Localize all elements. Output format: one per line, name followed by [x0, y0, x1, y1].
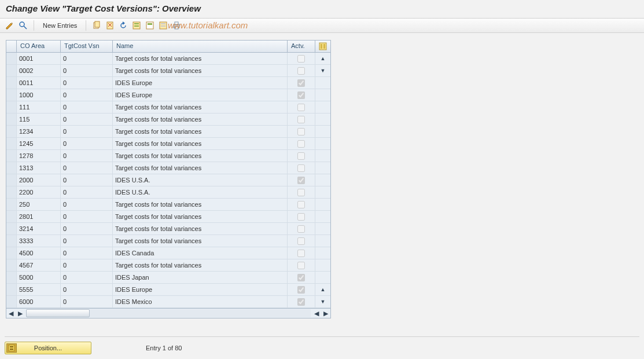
tgtcost-vsn-cell[interactable] — [61, 296, 113, 308]
tgtcost-vsn-cell[interactable] — [61, 162, 113, 174]
scroll-up-icon[interactable]: ▲ — [321, 56, 326, 61]
tgtcost-vsn-input[interactable] — [61, 272, 112, 283]
row-selector[interactable] — [6, 53, 17, 65]
vscroll-gutter[interactable] — [315, 247, 330, 259]
vscroll-gutter[interactable] — [315, 89, 330, 101]
co-area-cell[interactable] — [17, 235, 61, 247]
name-input[interactable] — [113, 272, 287, 283]
actv-cell[interactable] — [288, 77, 315, 89]
tgtcost-vsn-cell[interactable] — [61, 235, 113, 247]
actv-checkbox[interactable] — [297, 164, 305, 172]
name-input[interactable] — [113, 162, 287, 174]
tgtcost-vsn-input[interactable] — [61, 101, 112, 113]
co-area-input[interactable] — [17, 126, 60, 137]
tgtcost-vsn-input[interactable] — [61, 150, 112, 162]
actv-checkbox[interactable] — [297, 104, 305, 111]
column-header-co-area[interactable]: CO Area — [17, 41, 61, 52]
co-area-cell[interactable] — [17, 284, 61, 296]
tgtcost-vsn-input[interactable] — [61, 284, 112, 295]
co-area-input[interactable] — [17, 53, 60, 64]
tgtcost-vsn-input[interactable] — [61, 138, 112, 149]
name-cell[interactable] — [113, 186, 288, 199]
actv-cell[interactable] — [288, 162, 315, 174]
row-selector[interactable] — [6, 296, 17, 308]
name-input[interactable] — [113, 174, 287, 186]
actv-cell[interactable] — [288, 53, 315, 65]
details-icon[interactable] — [18, 20, 28, 31]
tgtcost-vsn-input[interactable] — [61, 53, 112, 64]
name-cell[interactable] — [113, 126, 288, 138]
tgtcost-vsn-cell[interactable] — [61, 259, 113, 272]
actv-cell[interactable] — [288, 247, 315, 259]
actv-checkbox[interactable] — [297, 213, 305, 221]
vscroll-gutter[interactable] — [315, 223, 330, 235]
co-area-input[interactable] — [17, 235, 60, 247]
co-area-cell[interactable] — [17, 162, 61, 174]
co-area-cell[interactable] — [17, 53, 61, 65]
row-selector[interactable] — [6, 199, 17, 211]
name-cell[interactable] — [113, 162, 288, 174]
co-area-cell[interactable] — [17, 150, 61, 162]
co-area-cell[interactable] — [17, 211, 61, 223]
name-input[interactable] — [113, 65, 287, 76]
row-selector[interactable] — [6, 186, 17, 199]
row-selector[interactable] — [6, 223, 17, 235]
actv-cell[interactable] — [288, 101, 315, 113]
co-area-input[interactable] — [17, 89, 60, 101]
name-cell[interactable] — [113, 113, 288, 126]
co-area-cell[interactable] — [17, 223, 61, 235]
tgtcost-vsn-input[interactable] — [61, 126, 112, 137]
tgtcost-vsn-cell[interactable] — [61, 150, 113, 162]
name-input[interactable] — [113, 259, 287, 271]
actv-checkbox[interactable] — [297, 262, 305, 269]
scroll-right-icon[interactable]: ▶ — [16, 309, 25, 318]
actv-cell[interactable] — [288, 174, 315, 186]
name-input[interactable] — [113, 77, 287, 89]
vscroll-gutter[interactable] — [315, 101, 330, 113]
tgtcost-vsn-cell[interactable] — [61, 77, 113, 89]
co-area-input[interactable] — [17, 247, 60, 259]
column-header-actv[interactable]: Actv. — [288, 41, 315, 52]
vscroll-gutter[interactable] — [315, 259, 330, 272]
co-area-input[interactable] — [17, 272, 60, 283]
co-area-input[interactable] — [17, 77, 60, 89]
tgtcost-vsn-input[interactable] — [61, 211, 112, 222]
co-area-input[interactable] — [17, 138, 60, 149]
tgtcost-vsn-input[interactable] — [61, 65, 112, 76]
name-input[interactable] — [113, 53, 287, 64]
horizontal-scrollbar[interactable]: ◀ ▶ ◀ ▶ — [6, 308, 330, 318]
actv-checkbox[interactable] — [297, 274, 305, 281]
vscroll-gutter[interactable] — [315, 162, 330, 174]
actv-checkbox[interactable] — [297, 286, 305, 294]
vscroll-gutter[interactable] — [315, 150, 330, 162]
actv-checkbox[interactable] — [297, 140, 305, 148]
vscroll-gutter[interactable] — [315, 186, 330, 199]
display-change-icon[interactable] — [5, 20, 15, 31]
tgtcost-vsn-input[interactable] — [61, 77, 112, 89]
configure-columns-icon[interactable] — [315, 41, 330, 52]
column-header-name[interactable]: Name — [113, 41, 288, 52]
actv-cell[interactable] — [288, 284, 315, 296]
name-cell[interactable] — [113, 174, 288, 186]
row-selector[interactable] — [6, 272, 17, 284]
tgtcost-vsn-input[interactable] — [61, 89, 112, 101]
actv-checkbox[interactable] — [297, 237, 305, 245]
tgtcost-vsn-cell[interactable] — [61, 247, 113, 259]
co-area-input[interactable] — [17, 150, 60, 162]
name-input[interactable] — [113, 284, 287, 295]
actv-cell[interactable] — [288, 65, 315, 77]
co-area-input[interactable] — [17, 162, 60, 174]
actv-checkbox[interactable] — [297, 225, 305, 233]
actv-checkbox[interactable] — [297, 55, 305, 63]
scroll-up-icon[interactable]: ▲ — [321, 287, 326, 292]
tgtcost-vsn-input[interactable] — [61, 259, 112, 271]
name-cell[interactable] — [113, 211, 288, 223]
tgtcost-vsn-cell[interactable] — [61, 211, 113, 223]
name-cell[interactable] — [113, 65, 288, 77]
name-cell[interactable] — [113, 247, 288, 259]
new-entries-button[interactable]: New Entries — [39, 22, 80, 29]
name-input[interactable] — [113, 211, 287, 222]
co-area-cell[interactable] — [17, 126, 61, 138]
tgtcost-vsn-cell[interactable] — [61, 65, 113, 77]
row-selector[interactable] — [6, 126, 17, 138]
